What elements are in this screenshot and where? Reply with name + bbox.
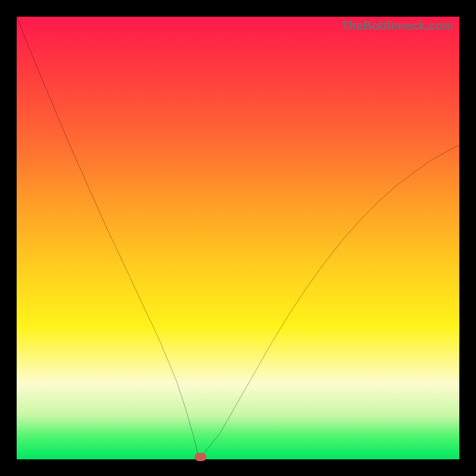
optimal-marker xyxy=(195,453,206,461)
bottleneck-curve xyxy=(17,17,459,459)
chart-frame: TheBottleneck.com xyxy=(0,0,476,476)
chart-plot-area: TheBottleneck.com xyxy=(17,17,459,459)
